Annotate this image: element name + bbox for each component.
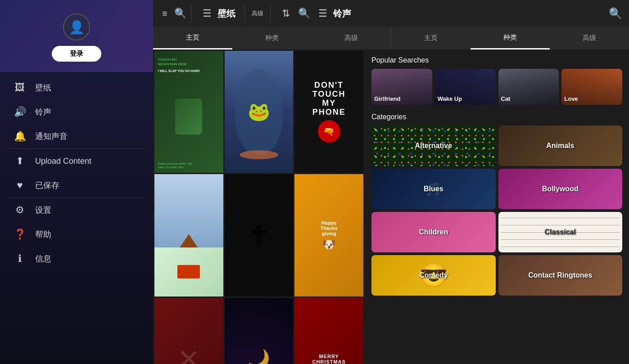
sidebar-item-saved[interactable]: ♥ 已保存 [0, 173, 153, 198]
tab-ringtone-category[interactable]: 种类 [471, 27, 550, 49]
wallpaper-search-button[interactable]: 🔍 [172, 5, 189, 22]
tab-wallpaper-home[interactable]: 主页 [153, 27, 232, 49]
wallpaper-item[interactable]: MERRYCHRISTMAS [294, 298, 363, 364]
bollywood-label: Bollywood [498, 169, 623, 209]
upload-icon: ⬆ [14, 155, 26, 167]
classical-label: Classical [498, 212, 623, 252]
category-children[interactable]: Children [371, 212, 496, 252]
ringtone-icon: 🔊 [14, 106, 26, 118]
sidebar-item-wallpaper[interactable]: 🖼 壁纸 [0, 76, 153, 100]
x-placeholder-icon: ✕ [154, 298, 223, 364]
upload-label: Upload Content [35, 157, 91, 166]
avatar-icon: 👤 [69, 20, 85, 35]
search-grid: Girlfriend Wake Up Cat [371, 69, 622, 105]
love-label: Love [561, 69, 622, 105]
sidebar-item-help[interactable]: ❓ 帮助 [0, 222, 153, 247]
notification-icon: 🔔 [14, 130, 26, 142]
sidebar-item-info[interactable]: ℹ 信息 [0, 247, 153, 271]
tab-ringtone-advanced[interactable]: 高级 [550, 27, 629, 49]
alternative-label: Alternative [371, 126, 496, 166]
ringtone-label: 铃声 [35, 107, 51, 117]
ringtone-sort-button[interactable]: ⇅ [280, 5, 292, 22]
category-comedy[interactable]: 😎 Comedy [371, 255, 496, 296]
search-card-wakeup[interactable]: Wake Up [435, 69, 496, 105]
category-contact-ringtones[interactable]: Contact Ringtones [498, 255, 623, 296]
wallpaper-item[interactable] [154, 174, 223, 296]
info-label: 信息 [35, 253, 51, 264]
contact-ringtones-label: Contact Ringtones [498, 255, 623, 296]
ringtone-tabs: 主页 种类 高级 [391, 27, 629, 49]
comedy-label: Comedy [371, 255, 496, 296]
sidebar-header: 👤 登录 [0, 0, 153, 71]
wallpaper-grid: TOUCH MY MOUNTAIN DEW I WILL SLAP YOU SO… [153, 49, 365, 364]
wallpaper-item[interactable]: HappyThanksgiving 🐶 [294, 174, 363, 296]
ringtone-title: 铃声 [333, 8, 351, 20]
wallpaper-tabs: 主页 种类 高级 [153, 27, 391, 49]
notification-label: 通知声音 [35, 131, 68, 142]
wallpaper-item[interactable]: ✕ [154, 298, 223, 364]
tab-wallpaper-category[interactable]: 种类 [232, 27, 312, 49]
wallpaper-item[interactable]: ✝ [225, 174, 294, 296]
sidebar-item-settings[interactable]: ⚙ 设置 [0, 198, 153, 222]
wallpaper-advanced-label: 高级 [247, 9, 268, 18]
categories-grid: Alternative Animals 🎵 Blues [371, 126, 622, 296]
search-card-cat[interactable]: Cat [498, 69, 559, 105]
tab-wallpaper-advanced[interactable]: 高级 [312, 27, 391, 49]
cat-label: Cat [498, 69, 559, 105]
animals-label: Animals [498, 126, 623, 166]
info-icon: ℹ [14, 253, 26, 265]
category-alternative[interactable]: Alternative [371, 126, 496, 166]
ringtone-menu-button[interactable]: ☰ [316, 5, 330, 22]
search-card-love[interactable]: Love [561, 69, 622, 105]
sidebar-item-notification[interactable]: 🔔 通知声音 [0, 124, 153, 148]
children-label: Children [371, 212, 496, 252]
tab-ringtone-home[interactable]: 主页 [391, 27, 471, 49]
wallpaper-section-header: ☰ 壁纸 [194, 5, 242, 22]
topbar-divider-2 [244, 4, 245, 22]
search-card-girlfriend[interactable]: Girlfriend [371, 69, 432, 105]
sidebar-nav: 🖼 壁纸 🔊 铃声 🔔 通知声音 ⬆ Upload Content ♥ 已保存 … [0, 71, 153, 364]
help-icon: ❓ [14, 229, 26, 240]
popular-searches-title: Popular Searches [371, 56, 622, 64]
help-label: 帮助 [35, 229, 51, 240]
wallpaper-grid-section: TOUCH MY MOUNTAIN DEW I WILL SLAP YOU SO… [153, 49, 365, 364]
wallpaper-item[interactable]: 🌙 [225, 298, 294, 364]
settings-label: 设置 [35, 205, 51, 216]
ringtone-search-button[interactable]: 🔍 [296, 5, 312, 22]
wallpaper-menu-button[interactable]: ☰ [200, 5, 214, 22]
login-button[interactable]: 登录 [52, 46, 101, 62]
sidebar-item-ringtone[interactable]: 🔊 铃声 [0, 100, 153, 124]
ringtone-categories-section: Popular Searches Girlfriend Wake Up [365, 49, 629, 364]
wakeup-label: Wake Up [435, 69, 496, 105]
content-area: TOUCH MY MOUNTAIN DEW I WILL SLAP YOU SO… [153, 49, 629, 364]
sidebar-item-upload[interactable]: ⬆ Upload Content [0, 149, 153, 173]
saved-icon: ♥ [14, 180, 26, 191]
wallpaper-item[interactable]: TOUCH MY MOUNTAIN DEW I WILL SLAP YOU SO… [154, 51, 223, 173]
main-content: ≡ 🔍 ☰ 壁纸 高级 ⇅ 🔍 ☰ 铃声 🔍 主页 [153, 0, 629, 364]
topbar: ≡ 🔍 ☰ 壁纸 高级 ⇅ 🔍 ☰ 铃声 🔍 [153, 0, 629, 27]
wallpaper-item[interactable]: 🐸 [225, 51, 294, 173]
wallpaper-label: 壁纸 [35, 82, 51, 93]
topbar-divider-1 [191, 4, 191, 22]
categories-title: Categories [371, 113, 622, 121]
girlfriend-label: Girlfriend [371, 69, 432, 105]
settings-icon: ⚙ [14, 204, 26, 216]
global-search-button[interactable]: 🔍 [606, 5, 624, 22]
tabbar: 主页 种类 高级 主页 种类 高级 [153, 27, 629, 49]
wallpaper-icon: 🖼 [14, 82, 26, 94]
wallpaper-title: 壁纸 [217, 8, 235, 20]
saved-label: 已保存 [35, 180, 59, 191]
topbar-divider-3 [270, 4, 271, 22]
blues-label: Blues [371, 169, 496, 209]
ringtone-section-header: ⇅ 🔍 ☰ 铃声 [273, 5, 358, 22]
wallpaper-filter-button[interactable]: ≡ [158, 6, 172, 21]
sidebar: 👤 登录 🖼 壁纸 🔊 铃声 🔔 通知声音 ⬆ Upload Content ♥… [0, 0, 153, 364]
category-blues[interactable]: 🎵 Blues [371, 169, 496, 209]
wallpaper-item[interactable]: DON'TTOUCHMYPHONE 🔫 [294, 51, 363, 173]
category-animals[interactable]: Animals [498, 126, 623, 166]
category-classical[interactable]: Classical [498, 212, 623, 252]
category-bollywood[interactable]: Bollywood [498, 169, 623, 209]
avatar: 👤 [63, 13, 90, 40]
